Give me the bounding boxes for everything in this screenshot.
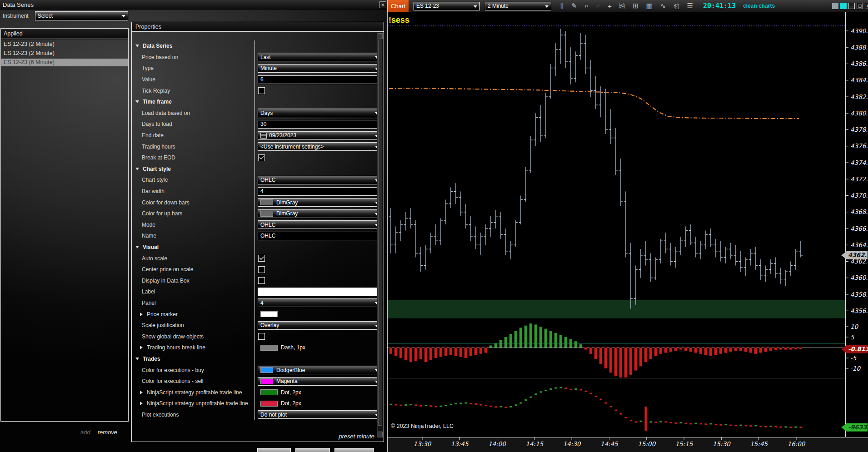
end-date-picker[interactable]: 09/23/2023 xyxy=(258,131,381,140)
expand-icon[interactable] xyxy=(140,402,143,405)
strategies-icon[interactable]: ⎗ xyxy=(673,2,679,10)
mode-select[interactable]: OHLC xyxy=(258,220,381,229)
dialog-titlebar[interactable]: Data Series ✕ xyxy=(0,0,388,10)
exec-sell-color-select[interactable]: Magenta xyxy=(258,377,381,386)
color-up-bars-select[interactable]: DimGray xyxy=(258,209,381,218)
ok-button-partial[interactable] xyxy=(257,448,291,452)
scrollbar-thumb[interactable] xyxy=(378,40,382,426)
section-chart-style[interactable]: Chart style xyxy=(132,164,377,175)
tab-chart[interactable]: Chart xyxy=(388,0,409,12)
applied-item[interactable]: ES 12-23 (2 Minute) xyxy=(1,40,128,48)
close-icon[interactable]: ✕ xyxy=(379,1,386,8)
crosshair-icon[interactable]: + xyxy=(608,2,612,10)
applied-item-selected[interactable]: ES 12-23 (6 Minute) xyxy=(1,59,128,66)
zoom-in-icon[interactable]: ⌕ xyxy=(584,2,588,10)
scroll-down-arrow[interactable] xyxy=(378,432,383,437)
drawing-line-icon[interactable]: ∿ xyxy=(660,2,666,10)
expand-icon[interactable] xyxy=(140,391,143,394)
svg-text:-10: -10 xyxy=(850,365,861,372)
auto-scale-checkbox[interactable] xyxy=(258,255,265,262)
expand-icon[interactable] xyxy=(140,313,143,316)
section-time-frame[interactable]: Time frame xyxy=(132,96,377,108)
tick-replay-checkbox[interactable] xyxy=(258,87,265,94)
chart-style-select[interactable]: OHLC xyxy=(258,176,381,184)
price-marker-swatch[interactable] xyxy=(260,311,278,317)
apply-button-partial[interactable] xyxy=(334,448,374,452)
session-label: !sess xyxy=(389,15,409,25)
dialog-title: Data Series xyxy=(3,1,34,8)
section-data-series[interactable]: Data Series xyxy=(132,40,377,52)
value-input[interactable]: 6 xyxy=(258,75,381,84)
price-based-on-select[interactable]: Last xyxy=(258,53,381,61)
draw-icon[interactable]: ✎ xyxy=(571,2,577,10)
load-data-select[interactable]: Days xyxy=(258,109,381,117)
prop-row-trading-hours: Trading hours <Use instrument settings> xyxy=(132,141,377,152)
color-down-bars-select[interactable]: DimGray xyxy=(258,198,381,207)
unprofitable-line-style[interactable]: Dot, 2px xyxy=(260,400,301,407)
exec-buy-color-select[interactable]: DodgerBlue xyxy=(258,366,381,374)
label-input[interactable] xyxy=(258,288,381,296)
bar-type-icon[interactable]: ⫼ xyxy=(560,2,564,10)
type-select[interactable]: Minute xyxy=(258,64,381,73)
profitable-line-style[interactable]: Dot, 2px xyxy=(260,389,301,396)
add-button[interactable]: add xyxy=(80,429,90,436)
prop-row-plot-executions: Plot executions Do not plot xyxy=(132,409,377,421)
toolbar-instrument-select[interactable]: ES 12-23 xyxy=(414,2,480,10)
preset-label[interactable]: preset minute xyxy=(339,433,374,440)
color-swatch xyxy=(260,367,273,373)
plot-executions-select[interactable]: Do not plot xyxy=(258,410,381,419)
svg-text:4370.00: 4370.00 xyxy=(850,192,868,199)
global-draw-checkbox[interactable] xyxy=(258,333,265,340)
chart-area: 4390.004388.004386.004384.004382.004380.… xyxy=(388,12,868,452)
svg-text:15:00: 15:00 xyxy=(638,440,656,447)
scroll-up-arrow[interactable] xyxy=(378,33,383,39)
properties-scrollbar[interactable] xyxy=(377,33,383,437)
window-close-button[interactable]: ✕ xyxy=(865,3,868,9)
properties-icon[interactable]: ☰ xyxy=(687,2,693,10)
workspace-cyan-button[interactable] xyxy=(840,3,847,9)
color-swatch xyxy=(260,389,278,395)
instrument-select[interactable]: Select xyxy=(35,11,128,20)
break-at-eod-checkbox[interactable] xyxy=(258,154,265,161)
name-input[interactable]: OHLC xyxy=(258,232,381,240)
center-price-checkbox[interactable] xyxy=(258,266,265,273)
prop-row-th-break-line: Trading hours break line Dash, 1px xyxy=(132,342,377,353)
collapse-icon[interactable] xyxy=(135,246,139,248)
svg-text:15:15: 15:15 xyxy=(675,440,693,447)
collapse-icon[interactable] xyxy=(135,358,139,360)
copyright-text: © 2023 NinjaTrader, LLC xyxy=(391,423,454,429)
zoom-out-icon[interactable]: ⌕ xyxy=(596,2,600,10)
expand-icon[interactable] xyxy=(140,346,143,349)
collapse-icon[interactable] xyxy=(135,45,139,47)
trading-hours-select[interactable]: <Use instrument settings> xyxy=(258,142,381,151)
applied-item[interactable]: ES 12-23 (2 Minute) xyxy=(1,50,128,57)
display-data-box-checkbox[interactable] xyxy=(258,277,265,284)
prop-row-panel: Panel 4 xyxy=(132,298,377,309)
chart-canvas[interactable]: 4390.004388.004386.004384.004382.004380.… xyxy=(388,12,868,452)
bar-width-input[interactable]: 4 xyxy=(258,187,381,196)
svg-text:-9633: -9633 xyxy=(848,424,868,431)
indicators-icon[interactable]: ▦ xyxy=(646,2,653,10)
minimize-button[interactable]: – xyxy=(848,3,855,9)
days-to-load-input[interactable]: 30 xyxy=(258,120,381,129)
data-series-dialog: Data Series ✕ Instrument Select Applied … xyxy=(0,0,388,452)
collapse-icon[interactable] xyxy=(135,168,139,170)
svg-text:4382.00: 4382.00 xyxy=(850,93,868,100)
remove-button[interactable]: remove xyxy=(98,429,117,436)
scale-justification-select[interactable]: Overlay xyxy=(258,321,381,330)
svg-text:4364.00: 4364.00 xyxy=(850,241,868,248)
svg-text:4376.00: 4376.00 xyxy=(850,142,868,149)
histogram-series xyxy=(389,323,802,377)
toolbar-interval-select[interactable]: 2 Minute xyxy=(485,2,551,10)
chart-trader-icon[interactable]: ⊞ xyxy=(633,2,639,10)
prop-row-exec-sell: Color for executions - sell Magenta xyxy=(132,376,377,387)
workspace-gray-button[interactable] xyxy=(832,3,838,9)
section-trades[interactable]: Trades xyxy=(132,353,377,365)
maximize-button[interactable]: ▢ xyxy=(857,3,863,9)
panel-select[interactable]: 4 xyxy=(258,298,381,307)
collapse-icon[interactable] xyxy=(135,100,139,103)
section-visual[interactable]: Visual xyxy=(132,242,377,253)
data-box-icon[interactable]: ⎘ xyxy=(619,2,625,10)
cancel-button-partial[interactable] xyxy=(295,448,330,452)
th-break-line-style[interactable]: Dash, 1px xyxy=(260,344,305,351)
